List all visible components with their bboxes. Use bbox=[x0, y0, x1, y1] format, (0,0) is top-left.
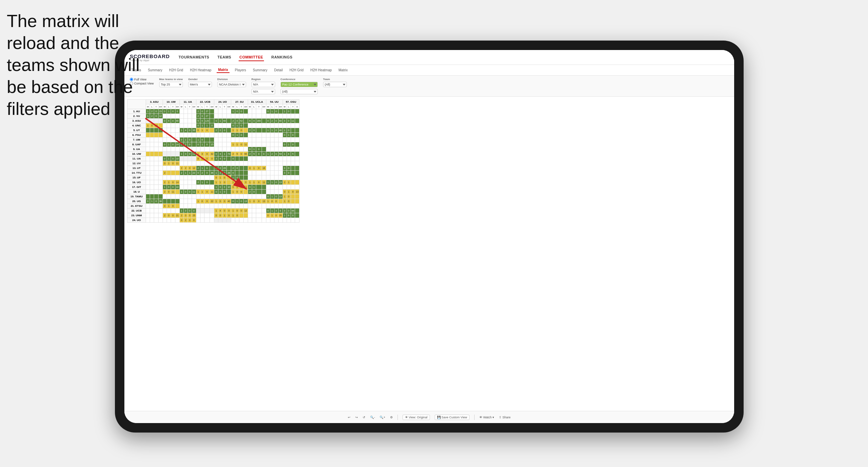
matrix-cell bbox=[227, 166, 231, 171]
matrix-cell: 1 bbox=[231, 128, 235, 133]
sub-nav-h2h-heatmap2[interactable]: H2H Heatmap bbox=[309, 68, 333, 73]
matrix-cell: 0 bbox=[231, 133, 235, 138]
matrix-cell bbox=[158, 133, 163, 138]
sub-nav-h2h-heatmap1[interactable]: H2H Heatmap bbox=[189, 68, 213, 73]
redo-btn[interactable]: ↪ bbox=[355, 416, 358, 419]
save-custom-btn[interactable]: 💾 Save Custom View bbox=[435, 415, 469, 420]
matrix-cell: 1 bbox=[235, 185, 239, 190]
matrix-cell bbox=[266, 185, 270, 190]
matrix-cell bbox=[158, 190, 163, 194]
matrix-cell: 2 bbox=[214, 128, 218, 133]
gender-select[interactable]: Men's bbox=[188, 82, 212, 87]
region-select[interactable]: N/A bbox=[251, 82, 275, 87]
matrix-cell bbox=[171, 194, 175, 199]
matrix-cell bbox=[175, 190, 179, 194]
share-btn[interactable]: ⇧ Share bbox=[499, 416, 511, 419]
matrix-cell bbox=[188, 204, 192, 208]
ua-l: L bbox=[184, 104, 188, 109]
matrix-cell: 0 bbox=[252, 128, 256, 133]
matrix-cell: 0 bbox=[222, 171, 227, 175]
matrix-cell bbox=[210, 133, 214, 138]
conference-select2[interactable]: (All) bbox=[281, 89, 318, 94]
matrix-cell bbox=[243, 161, 248, 166]
matrix-cell bbox=[239, 156, 244, 161]
matrix-cell bbox=[150, 194, 154, 199]
zoom-in-btn[interactable]: 🔍+ bbox=[380, 416, 385, 419]
matrix-cell bbox=[192, 133, 196, 138]
matrix-cell bbox=[188, 123, 192, 128]
sub-nav-summary2[interactable]: Summary bbox=[251, 68, 269, 73]
matrix-cell bbox=[256, 133, 262, 138]
undo-btn[interactable]: ↩ bbox=[348, 416, 351, 419]
matrix-cell bbox=[204, 133, 210, 138]
nav-rankings[interactable]: RANKINGS bbox=[271, 54, 293, 61]
matrix-cell: 0 bbox=[222, 180, 227, 185]
matrix-cell: 1 bbox=[231, 109, 235, 114]
matrix-content[interactable]: 3. ASU 10. UW 11. UA 22. UCB 24. UO 27. … bbox=[124, 97, 734, 395]
matrix-cell: 1 bbox=[222, 152, 227, 156]
ucb-l: L bbox=[200, 104, 204, 109]
matrix-cell: 10 bbox=[175, 185, 179, 190]
gender-filter: Gender Men's bbox=[188, 78, 212, 87]
matrix-cell: 11 bbox=[243, 185, 248, 190]
matrix-cell bbox=[248, 114, 252, 119]
su-w: W bbox=[231, 104, 235, 109]
region-select2[interactable]: N/A bbox=[251, 89, 275, 94]
matrix-cell bbox=[274, 190, 278, 194]
matrix-cell bbox=[227, 128, 231, 133]
sub-nav-matrix2[interactable]: Matrix bbox=[337, 68, 349, 73]
ucla-w: W bbox=[248, 104, 252, 109]
refresh-btn[interactable]: ↺ bbox=[363, 416, 365, 419]
sub-nav-h2h-grid2[interactable]: H2H Grid bbox=[288, 68, 305, 73]
sub-nav: Teams Summary H2H Grid H2H Heatmap Matri… bbox=[124, 65, 734, 76]
matrix-cell bbox=[200, 133, 204, 138]
sub-nav-players[interactable]: Players bbox=[234, 68, 247, 73]
sub-nav-detail[interactable]: Detail bbox=[273, 68, 284, 73]
matrix-cell bbox=[154, 185, 159, 190]
matrix-cell: 6 bbox=[248, 119, 252, 123]
nav-tournaments[interactable]: TOURNAMENTS bbox=[178, 54, 210, 61]
col-osu: 57. OSU bbox=[283, 100, 299, 104]
matrix-cell bbox=[210, 138, 214, 142]
matrix-cell: 0 bbox=[274, 152, 278, 156]
matrix-cell bbox=[266, 166, 270, 171]
matrix-cell: 0 bbox=[184, 190, 188, 194]
division-select[interactable]: NCAA Division I bbox=[217, 82, 246, 87]
nav-teams[interactable]: TEAMS bbox=[217, 54, 232, 61]
matrix-cell: 0 bbox=[222, 175, 227, 180]
matrix-cell: 0 bbox=[175, 109, 179, 114]
row-label: 10. UW bbox=[127, 152, 146, 156]
nav-committee[interactable]: COMMITTEE bbox=[239, 54, 264, 61]
matrix-cell: 12 bbox=[158, 114, 163, 119]
sub-nav-h2h-grid1[interactable]: H2H Grid bbox=[168, 68, 185, 73]
matrix-cell bbox=[227, 161, 231, 166]
matrix-cell bbox=[235, 194, 239, 199]
matrix-cell bbox=[274, 185, 278, 190]
settings-btn[interactable]: ⚙ bbox=[390, 416, 393, 419]
uu-l: L bbox=[270, 104, 274, 109]
matrix-cell: 0 bbox=[188, 128, 192, 133]
matrix-cell: 4 bbox=[287, 152, 291, 156]
view-original-btn[interactable]: 👁 View: Original bbox=[403, 415, 430, 420]
matrix-cell bbox=[283, 156, 287, 161]
matrix-cell bbox=[243, 218, 248, 223]
max-teams-select[interactable]: Top 25 bbox=[159, 82, 183, 87]
matrix-cell: 0 bbox=[204, 156, 210, 161]
table-row: 22. UCB130014001001201303044 bbox=[127, 208, 299, 213]
matrix-cell: 1 bbox=[283, 152, 287, 156]
matrix-cell: 1 bbox=[266, 180, 270, 185]
matrix-cell bbox=[283, 138, 287, 142]
matrix-cell: 4 bbox=[218, 152, 222, 156]
matrix-cell bbox=[262, 171, 266, 175]
team-select[interactable]: (All) bbox=[323, 82, 347, 87]
matrix-cell: 2 bbox=[218, 128, 222, 133]
matrix-cell bbox=[274, 114, 278, 119]
sub-nav-matrix1[interactable]: Matrix bbox=[217, 67, 229, 73]
matrix-cell bbox=[291, 128, 295, 133]
conference-select[interactable]: Pac-12 Conference bbox=[281, 82, 318, 87]
row-label: 7. UM bbox=[127, 138, 146, 142]
matrix-cell: 0 bbox=[210, 123, 214, 128]
matrix-cell: 1 bbox=[287, 133, 291, 138]
zoom-out-btn[interactable]: 🔍- bbox=[370, 416, 375, 419]
watch-btn[interactable]: 👁 Watch ▾ bbox=[479, 416, 494, 419]
